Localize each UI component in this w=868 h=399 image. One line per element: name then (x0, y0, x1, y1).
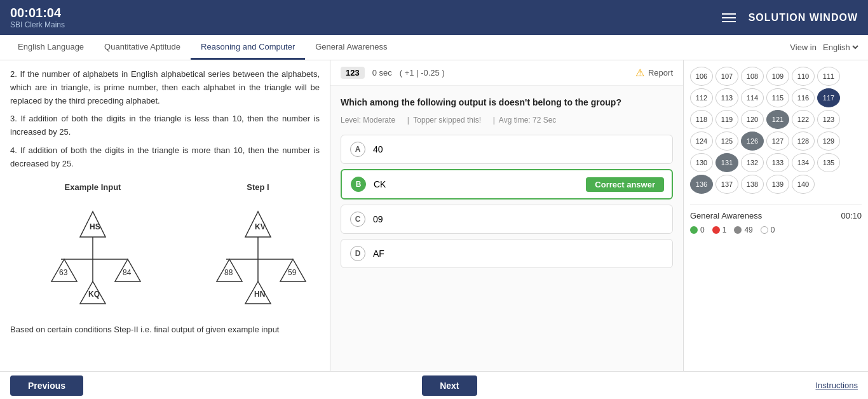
question-marks-plus: ( +1 | -0.25 ) (400, 68, 445, 78)
option-a-letter: A (350, 142, 365, 157)
question-text: Which among the following output is does… (341, 96, 673, 109)
svg-text:84: 84 (123, 268, 132, 277)
number-btn-137[interactable]: 137 (715, 175, 738, 194)
middle-panel: 123 0 sec ( +1 | -0.25 ) ⚠ Report Which … (330, 60, 684, 371)
option-c-text: 09 (373, 214, 383, 224)
number-btn-140[interactable]: 140 (792, 175, 815, 194)
question-level: Moderate (363, 116, 395, 125)
option-d[interactable]: D AF (341, 239, 673, 268)
correct-count: 0 (700, 226, 705, 234)
step1-svg: KV 88 59 HN (188, 199, 328, 313)
number-btn-138[interactable]: 138 (741, 175, 764, 194)
number-btn-136[interactable]: 136 (690, 175, 713, 194)
number-btn-114[interactable]: 114 (741, 88, 764, 107)
number-btn-128[interactable]: 128 (792, 132, 815, 151)
left-panel: 2. If the number of alphabets in English… (0, 60, 330, 371)
tab-english[interactable]: English Language (8, 36, 94, 60)
instructions-link[interactable]: Instructions (816, 381, 858, 390)
number-btn-115[interactable]: 115 (766, 88, 789, 107)
svg-text:HS: HS (90, 222, 100, 231)
tab-reasoning[interactable]: Reasoning and Computer (191, 36, 305, 60)
topper-note: Topper skipped this! (413, 116, 481, 125)
svg-text:KV: KV (255, 222, 266, 231)
question-header: 123 0 sec ( +1 | -0.25 ) ⚠ Report (330, 60, 683, 86)
number-btn-117[interactable]: 117 (817, 88, 840, 107)
next-button[interactable]: Next (422, 375, 477, 396)
svg-text:63: 63 (59, 268, 68, 277)
number-btn-131[interactable]: 131 (715, 153, 738, 172)
previous-button[interactable]: Previous (10, 375, 83, 396)
left-text-2: 3. If addition of both the digits in the… (10, 112, 320, 139)
number-btn-121[interactable]: 121 (766, 110, 789, 129)
svg-text:KQ: KQ (88, 290, 100, 299)
legend-wrong: 1 (712, 226, 727, 234)
left-text-1: 2. If the number of alphabets in English… (10, 68, 320, 107)
number-btn-127[interactable]: 127 (766, 132, 789, 151)
correct-dot (690, 226, 698, 234)
number-btn-107[interactable]: 107 (715, 67, 738, 86)
number-btn-134[interactable]: 134 (792, 153, 815, 172)
number-btn-108[interactable]: 108 (741, 67, 764, 86)
timer: 00:01:04 (10, 6, 65, 20)
number-btn-124[interactable]: 124 (690, 132, 713, 151)
number-btn-139[interactable]: 139 (766, 175, 789, 194)
language-select[interactable]: English (820, 42, 860, 53)
subject-time: 00:10 (841, 211, 862, 220)
option-d-letter: D (350, 246, 365, 261)
legend-skipped: 49 (734, 226, 752, 234)
number-btn-106[interactable]: 106 (690, 67, 713, 86)
number-btn-123[interactable]: 123 (817, 110, 840, 129)
wrong-dot (712, 226, 720, 234)
number-btn-125[interactable]: 125 (715, 132, 738, 151)
header-left: 00:01:04 SBI Clerk Mains (10, 6, 65, 29)
number-btn-112[interactable]: 112 (690, 88, 713, 107)
report-button[interactable]: ⚠ Report (635, 67, 673, 79)
tab-awareness[interactable]: General Awareness (305, 36, 397, 60)
number-btn-116[interactable]: 116 (792, 88, 815, 107)
number-btn-126[interactable]: 126 (741, 132, 764, 151)
legend-correct: 0 (690, 226, 705, 234)
number-btn-129[interactable]: 129 (817, 132, 840, 151)
number-btn-119[interactable]: 119 (715, 110, 738, 129)
view-in-label: View in (790, 43, 817, 52)
option-b[interactable]: B CK Correct answer (341, 169, 673, 200)
hamburger-icon[interactable] (722, 13, 736, 22)
number-btn-111[interactable]: 111 (817, 67, 840, 86)
step1-block: Step I KV 88 59 HN (188, 181, 328, 314)
option-a[interactable]: A 40 (341, 135, 673, 164)
report-label: Report (648, 68, 673, 78)
question-number: 123 (341, 67, 365, 79)
subject-name: General Awareness (690, 211, 762, 220)
tab-quant[interactable]: Quantitative Aptitude (94, 36, 191, 60)
warning-icon: ⚠ (635, 67, 644, 79)
option-a-text: 40 (373, 144, 383, 154)
option-c[interactable]: C 09 (341, 205, 673, 234)
number-btn-133[interactable]: 133 (766, 153, 789, 172)
number-btn-110[interactable]: 110 (792, 67, 815, 86)
example-label: Example Input (65, 181, 121, 194)
question-body: Which among the following output is does… (330, 86, 683, 283)
bottom-text: Based on certain conditions Step-II i.e.… (10, 323, 320, 337)
unattempted-count: 0 (771, 226, 775, 234)
subject-row: General Awareness 00:10 (690, 211, 862, 220)
correct-badge: Correct answer (586, 177, 664, 192)
example-input-block: Example Input HS 63 84 KQ (23, 181, 163, 314)
svg-text:HN: HN (254, 290, 265, 299)
number-btn-122[interactable]: 122 (792, 110, 815, 129)
number-btn-130[interactable]: 130 (690, 153, 713, 172)
number-btn-109[interactable]: 109 (766, 67, 789, 86)
nav-tabs: English Language Quantitative Aptitude R… (0, 35, 868, 60)
example-svg: HS 63 84 KQ (23, 199, 163, 313)
number-btn-132[interactable]: 132 (741, 153, 764, 172)
number-btn-120[interactable]: 120 (741, 110, 764, 129)
number-btn-135[interactable]: 135 (817, 153, 840, 172)
left-text-3: 4. If addition of both the digits in the… (10, 144, 320, 171)
option-d-text: AF (373, 248, 384, 259)
number-grid: 1061071081091101111121131141151161171181… (690, 67, 862, 194)
number-btn-118[interactable]: 118 (690, 110, 713, 129)
option-b-letter: B (351, 177, 366, 192)
unattempted-dot (761, 226, 768, 234)
diagram-area: Example Input HS 63 84 KQ (10, 181, 320, 314)
skipped-dot (734, 226, 742, 234)
number-btn-113[interactable]: 113 (715, 88, 738, 107)
